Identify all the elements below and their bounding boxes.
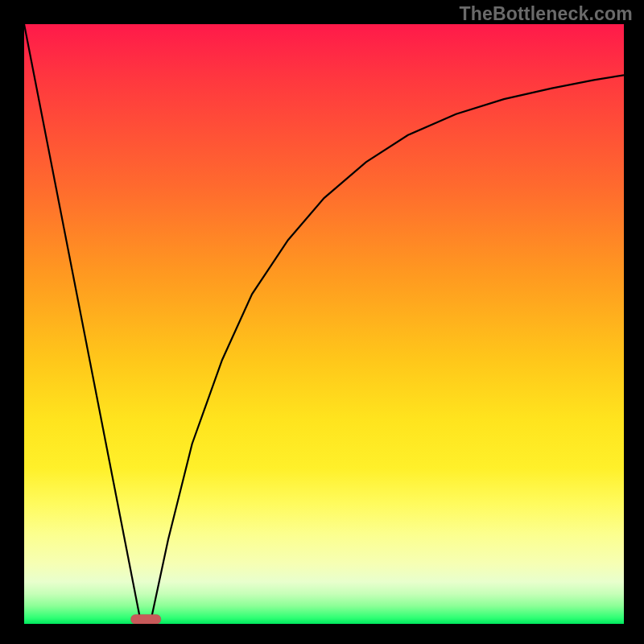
left-curve <box>24 24 141 624</box>
right-curve <box>151 75 625 624</box>
watermark-text: TheBottleneck.com <box>459 3 633 25</box>
chart-frame: TheBottleneck.com <box>0 0 644 644</box>
plot-area <box>24 24 624 624</box>
optimal-marker <box>131 615 161 625</box>
curve-layer <box>24 24 624 624</box>
